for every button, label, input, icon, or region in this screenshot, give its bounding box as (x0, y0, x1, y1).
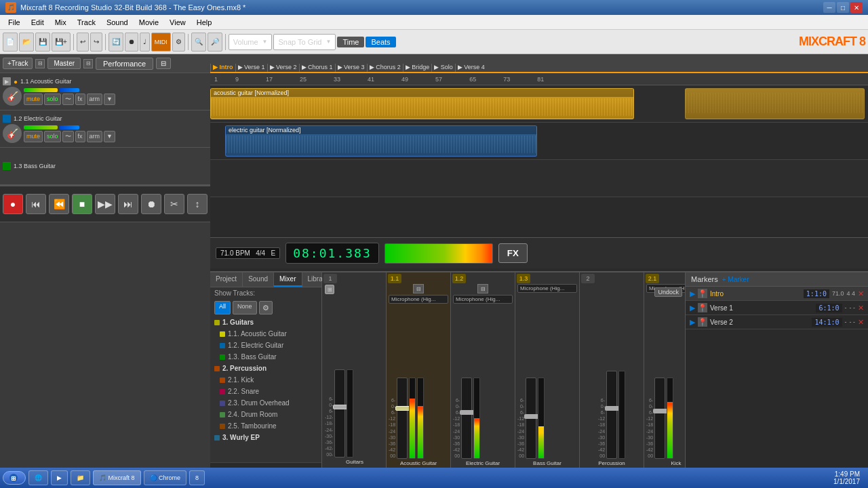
goto-end-button[interactable]: ⏭ (118, 194, 138, 214)
track-list-percussion[interactable]: 2. Percussion (210, 363, 321, 374)
filter-all[interactable]: All (214, 301, 231, 314)
punch-button[interactable]: ⏺ (125, 33, 138, 52)
undo-button[interactable]: ↩ (77, 33, 89, 52)
add-track-button[interactable]: +Track (3, 58, 33, 69)
track1-solo[interactable]: solo (44, 94, 61, 105)
ch2-1-fader-handle[interactable] (653, 409, 668, 413)
track1-arm[interactable]: arm (87, 94, 103, 105)
taskbar-chrome[interactable]: 🔵 Chrome (144, 470, 187, 485)
menu-sound[interactable]: Sound (101, 17, 134, 28)
track1-volume[interactable] (24, 88, 58, 92)
metronome-button[interactable]: ♩ (140, 33, 150, 52)
goto-start-button[interactable]: ⏮ (26, 194, 46, 214)
menu-edit[interactable]: Edit (26, 17, 50, 28)
track2-mute[interactable]: mute (24, 131, 43, 142)
performance-button[interactable]: Performance (96, 58, 153, 70)
clip-acoustic-guitar[interactable]: acoustic guitar [Normalized] (210, 88, 634, 119)
tempo-button[interactable]: ↕ (187, 194, 208, 214)
taskbar-files[interactable]: 📁 (71, 470, 90, 485)
master-button[interactable]: Master (47, 58, 81, 69)
menu-track[interactable]: Track (72, 17, 101, 28)
search-button[interactable]: 🔍 (191, 33, 206, 52)
loop-mode-button[interactable]: ⏺ (141, 194, 161, 214)
tab-sound[interactable]: Sound (243, 272, 274, 287)
scratch-button[interactable]: ✂ (164, 194, 184, 214)
ch1-1-fader-handle[interactable] (395, 406, 410, 411)
track2-waveform[interactable]: 〜 (62, 131, 74, 142)
track-list-tambourine[interactable]: 2.5. Tambourine (210, 420, 321, 432)
taskbar-media[interactable]: ▶ (51, 470, 68, 485)
track-list-acoustic[interactable]: 1.1. Acoustic Guitar (210, 328, 321, 340)
menu-file[interactable]: File (3, 17, 26, 28)
ch2-fader-handle[interactable] (605, 406, 620, 411)
taskbar-ie[interactable]: 🌐 (28, 470, 48, 485)
ch1-1-input[interactable]: Microphone (Hig... (389, 295, 448, 304)
stop-button[interactable]: ■ (72, 194, 92, 214)
track1-expand[interactable]: ▼ (104, 94, 115, 105)
track2-expand[interactable]: ▼ (104, 131, 115, 142)
track-list-guitars[interactable]: 1. Guitars (210, 317, 321, 328)
fx-button[interactable]: FX (498, 243, 528, 263)
track1-waveform[interactable]: 〜 (62, 94, 74, 105)
track-list-bass[interactable]: 1.3. Bass Guitar (210, 351, 321, 363)
marker-verse2-delete[interactable]: ✕ (858, 318, 864, 327)
ch1-2-input[interactable]: Microphone (Hig... (453, 295, 513, 304)
menu-movie[interactable]: Movie (134, 17, 164, 28)
save-as-button[interactable]: 💾+ (52, 33, 71, 52)
track2-arm[interactable]: arm (87, 131, 103, 142)
search2-button[interactable]: 🔎 (208, 33, 222, 52)
ch1-2-fader[interactable] (461, 378, 472, 459)
gear-button[interactable]: ⚙ (259, 301, 273, 314)
start-button[interactable]: ⊞ (3, 471, 26, 485)
ch1-fader[interactable] (334, 369, 345, 458)
ch1-1-fader[interactable] (397, 378, 408, 459)
ch1-fader-handle[interactable] (333, 405, 348, 409)
record-button[interactable]: ● (3, 194, 23, 214)
redo-button[interactable]: ↪ (90, 33, 102, 52)
clip-electric-guitar[interactable]: electric guitar [Normalized] (225, 125, 537, 157)
ch1-1-collapse[interactable]: ⊟ (413, 284, 424, 293)
track2-pan[interactable] (59, 125, 79, 129)
track-list-drumoverhead[interactable]: 2.3. Drum Overhead (210, 397, 321, 409)
track-list-kick[interactable]: 2.1. Kick (210, 374, 321, 386)
taskbar-mixcraft8[interactable]: 8 (189, 470, 205, 485)
ch2-1-fader[interactable] (654, 378, 665, 459)
master-options-button[interactable]: ⊟ (83, 59, 93, 68)
marker-verse1-delete[interactable]: ✕ (858, 304, 864, 312)
play-button[interactable]: ▶▶ (95, 194, 115, 214)
track-list-wurly[interactable]: 3. Wurly EP (210, 432, 321, 443)
marker-intro-play[interactable]: ▶ (690, 289, 695, 298)
ch1-expand[interactable]: ⊞ (325, 285, 334, 294)
ch1-2-fader-handle[interactable] (460, 410, 475, 415)
track2-solo[interactable]: solo (44, 131, 61, 142)
track1-mute[interactable]: mute (24, 94, 43, 105)
settings-button[interactable]: ⚙ (172, 33, 185, 52)
marker-verse1-play[interactable]: ▶ (690, 304, 695, 312)
clip-acoustic-guitar-2[interactable] (685, 88, 865, 119)
ch1-3-input[interactable]: Microphone (Hig... (517, 284, 577, 293)
unlink-button[interactable]: Undock (654, 287, 682, 297)
track-list-electric[interactable]: 1.2. Electric Guitar (210, 340, 321, 351)
menu-mix[interactable]: Mix (50, 17, 72, 28)
taskbar-mixcraft[interactable]: 🎵 Mixcraft 8 (93, 470, 141, 485)
loop-button[interactable]: 🔄 (108, 33, 123, 52)
ch1-3-fader[interactable] (526, 378, 536, 459)
ch1-3-fader-handle[interactable] (524, 414, 539, 419)
minimize-button[interactable]: ─ (823, 2, 835, 13)
time-button[interactable]: Time (337, 37, 364, 47)
track-list-drumroom[interactable]: 2.4. Drum Room (210, 409, 321, 420)
snap-dropdown[interactable]: Snap To Grid (273, 34, 336, 50)
track-list-snare[interactable]: 2.2. Snare (210, 386, 321, 397)
perf-options-button[interactable]: ⊟ (156, 58, 171, 69)
menu-help[interactable]: Help (191, 17, 218, 28)
track-options-button[interactable]: ⊟ (35, 59, 45, 68)
marker-verse2-play[interactable]: ▶ (690, 318, 695, 327)
ch1-2-collapse[interactable]: ⊟ (477, 284, 488, 293)
track1-pan[interactable] (59, 88, 79, 92)
ch2-fader[interactable] (606, 371, 617, 459)
new-button[interactable]: 📄 (3, 33, 18, 52)
marker-intro-delete[interactable]: ✕ (858, 289, 864, 298)
volume-dropdown[interactable]: Volume (229, 34, 273, 50)
maximize-button[interactable]: □ (837, 2, 849, 13)
filter-none[interactable]: None (233, 301, 257, 314)
